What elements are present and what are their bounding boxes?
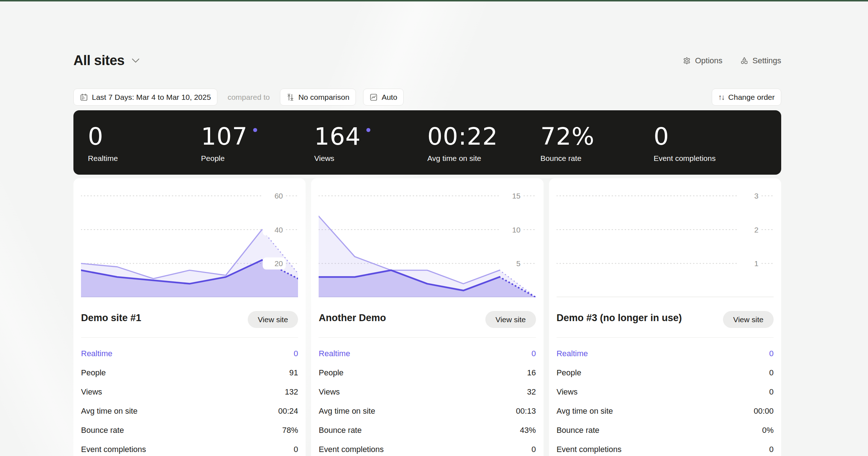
view-site-button[interactable]: View site — [248, 311, 298, 328]
summary-stat-avg-time: 00:22 Avg time on site — [427, 125, 540, 163]
svg-text:40: 40 — [275, 226, 283, 234]
stat-row: Event completions0 — [319, 440, 536, 456]
stat-value: 0 — [769, 387, 774, 397]
chart-mode-button[interactable]: Auto — [363, 89, 404, 106]
change-order-label: Change order — [728, 93, 775, 102]
toolbar: Last 7 Days: Mar 4 to Mar 10, 2025 compa… — [73, 89, 781, 106]
divider — [557, 337, 774, 338]
site-name[interactable]: Another Demo — [319, 311, 386, 325]
toolbar-filters: Last 7 Days: Mar 4 to Mar 10, 2025 compa… — [73, 89, 404, 106]
divider — [319, 337, 536, 338]
stat-value: 0 — [531, 445, 536, 454]
stat-row-realtime[interactable]: Realtime0 — [557, 344, 774, 363]
stat-row: People0 — [557, 363, 774, 382]
stat-value: 0 — [769, 349, 774, 358]
stat-row: Bounce rate43% — [319, 421, 536, 440]
stat-label: People — [557, 368, 582, 378]
line-chart-icon — [370, 93, 378, 101]
site-name[interactable]: Demo site #1 — [81, 311, 141, 325]
summary-value: 107 — [201, 125, 248, 149]
compare-arrows-icon — [286, 93, 294, 101]
date-range-button[interactable]: Last 7 Days: Mar 4 to Mar 10, 2025 — [73, 89, 217, 106]
site-chart: 321 — [557, 187, 774, 297]
stat-value: 91 — [289, 368, 298, 378]
site-chart: 604020 — [81, 187, 298, 297]
site-card: 15105 Another Demo View site Realtime0 P… — [311, 178, 543, 456]
stat-value: 00:00 — [754, 406, 774, 416]
summary-label: Event completions — [654, 154, 767, 163]
summary-label: Views — [314, 154, 427, 163]
stat-row-realtime[interactable]: Realtime0 — [81, 344, 298, 363]
svg-text:1: 1 — [754, 260, 758, 268]
stat-row-realtime[interactable]: Realtime0 — [319, 344, 536, 363]
stat-value: 00:24 — [278, 406, 298, 416]
summary-label: Bounce rate — [540, 154, 654, 163]
site-stats: Realtime0 People91 Views132 Avg time on … — [81, 344, 298, 456]
stat-label: Avg time on site — [557, 406, 613, 416]
summary-value: 0 — [88, 125, 103, 149]
stat-label: Bounce rate — [319, 426, 362, 435]
svg-text:20: 20 — [275, 260, 283, 268]
compared-to-label: compared to — [227, 93, 270, 102]
summary-value: 72% — [540, 125, 595, 149]
stat-value: 0 — [531, 349, 536, 358]
svg-text:15: 15 — [512, 192, 520, 200]
stat-label: Avg time on site — [81, 406, 137, 416]
stat-label: Realtime — [81, 349, 112, 358]
settings-label: Settings — [753, 56, 782, 65]
site-switcher[interactable]: All sites — [73, 53, 140, 68]
stat-row: Views0 — [557, 382, 774, 401]
chart-mode-label: Auto — [382, 93, 397, 102]
stat-row: Avg time on site00:13 — [319, 401, 536, 421]
options-button[interactable]: Options — [682, 56, 723, 65]
calendar-icon — [80, 93, 88, 101]
stat-value: 0 — [294, 349, 298, 358]
svg-text:10: 10 — [512, 226, 520, 234]
stat-label: Realtime — [557, 349, 588, 358]
stat-label: People — [319, 368, 344, 378]
summary-stat-views: 164 Views — [314, 125, 427, 163]
stat-row: Avg time on site00:24 — [81, 401, 298, 421]
stat-value: 43% — [520, 426, 536, 435]
stat-label: Bounce rate — [557, 426, 600, 435]
live-dot — [253, 128, 257, 132]
stat-label: Views — [319, 387, 340, 397]
divider — [81, 337, 298, 338]
summary-label: Realtime — [88, 154, 201, 163]
view-site-button[interactable]: View site — [485, 311, 536, 328]
summary-bar: 0 Realtime 107 People 164 Views 00:22 Av… — [73, 110, 781, 175]
site-card: 604020 Demo site #1 View site Realtime0 … — [73, 178, 306, 456]
up-down-arrows-icon: ↑↓ — [718, 93, 724, 102]
shapes-icon — [740, 56, 749, 65]
change-order-button[interactable]: ↑↓ Change order — [712, 89, 781, 106]
stat-value: 0 — [769, 445, 774, 454]
summary-stat-realtime: 0 Realtime — [88, 125, 201, 163]
stat-label: Avg time on site — [319, 406, 375, 416]
stat-row: Views32 — [319, 382, 536, 401]
chevron-down-icon — [132, 58, 140, 63]
stat-value: 78% — [282, 426, 298, 435]
summary-value: 164 — [314, 125, 361, 149]
stat-row: People91 — [81, 363, 298, 382]
stat-row: Event completions0 — [81, 440, 298, 456]
settings-button[interactable]: Settings — [740, 56, 782, 65]
svg-text:60: 60 — [275, 192, 283, 200]
page-title: All sites — [73, 53, 124, 68]
stat-label: Views — [557, 387, 578, 397]
stat-label: People — [81, 368, 106, 378]
stat-value: 0 — [769, 368, 774, 378]
stat-value: 16 — [527, 368, 536, 378]
comparison-button[interactable]: No comparison — [280, 89, 356, 106]
view-site-button[interactable]: View site — [723, 311, 774, 328]
stat-value: 132 — [285, 387, 298, 397]
stat-row: Event completions0 — [557, 440, 774, 456]
summary-stat-bounce-rate: 72% Bounce rate — [540, 125, 654, 163]
stat-row: People16 — [319, 363, 536, 382]
stat-value: 0 — [294, 445, 298, 454]
site-name[interactable]: Demo #3 (no longer in use) — [557, 311, 682, 325]
summary-value: 0 — [654, 125, 669, 149]
stat-label: Event completions — [319, 445, 384, 454]
header-actions: Options Settings — [682, 56, 781, 65]
stat-row: Avg time on site00:00 — [557, 401, 774, 421]
site-card: 321 Demo #3 (no longer in use) View site… — [549, 178, 781, 456]
